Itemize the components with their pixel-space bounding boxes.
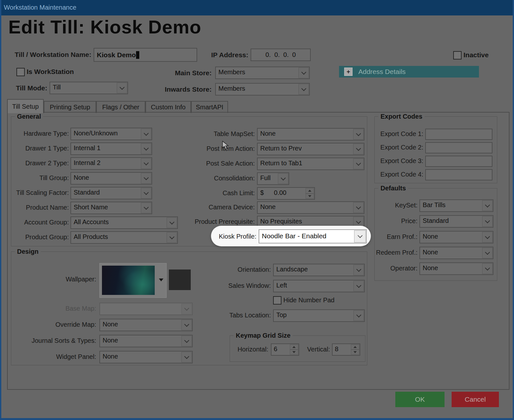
redeem-prof-select[interactable]: None <box>419 247 493 259</box>
chevron-down-icon <box>141 173 151 184</box>
till-scaling-factor-select[interactable]: Standard <box>70 187 152 199</box>
hide-number-pad-checkbox[interactable] <box>273 296 281 305</box>
spin-down-button[interactable] <box>290 350 298 355</box>
export-code2-input[interactable] <box>425 142 492 153</box>
account-group-value: All Accounts <box>74 218 109 226</box>
horizontal-value: 6 <box>274 345 277 353</box>
till-group-select[interactable]: None <box>70 172 152 185</box>
tab-custom-info[interactable]: Custom Info <box>145 101 191 113</box>
sales-window-value: Left <box>276 282 287 289</box>
product-group-select[interactable]: All Products <box>70 231 178 244</box>
ok-button[interactable]: OK <box>395 392 445 407</box>
widget-panel-select[interactable]: None <box>99 351 193 363</box>
design-group-title: Design <box>15 248 41 255</box>
till-group-value: None <box>74 174 89 181</box>
wallpaper-select[interactable] <box>99 263 167 298</box>
till-mode-select[interactable]: Till <box>50 82 128 94</box>
keymap-grid-size-title: Keymap Grid Size <box>234 332 293 339</box>
ip-address-value: 0. 0. 0. 0 <box>265 51 296 59</box>
inwards-store-label: Inwards Store: <box>152 86 212 93</box>
redeem-prof-label: Redeem Prof.: <box>375 249 418 256</box>
chevron-down-icon <box>167 232 177 243</box>
spin-down-button[interactable] <box>351 350 359 355</box>
earn-prof-value: None <box>423 233 438 240</box>
export-code3-input[interactable] <box>425 156 492 167</box>
consolidation-select[interactable]: Full <box>257 172 289 185</box>
horizontal-stepper[interactable]: 6 <box>271 343 299 356</box>
workstation-maintenance-window: Workstation Maintenance Edit Till: Kiosk… <box>0 0 514 420</box>
journal-sorts-types-value: None <box>103 337 118 344</box>
text-caret <box>136 51 139 59</box>
drawer1-type-label: Drawer 1 Type: <box>7 145 69 152</box>
cancel-button[interactable]: Cancel <box>452 392 499 407</box>
spin-down-button[interactable] <box>306 194 314 199</box>
widget-panel-label: Widget Panel: <box>32 353 96 361</box>
drawer1-type-value: Internal 1 <box>74 144 100 152</box>
till-workstation-name-input[interactable]: Kiosk Demo <box>94 48 197 62</box>
kiosk-profile-select[interactable]: Noodle Bar - Enabled <box>259 229 367 243</box>
hide-number-pad-label: Hide Number Pad <box>283 297 335 304</box>
orientation-select[interactable]: Landscape <box>273 264 365 276</box>
export-code4-input[interactable] <box>425 169 492 180</box>
sales-window-select[interactable]: Left <box>273 280 365 292</box>
keyset-value: Bar Tills <box>423 201 445 209</box>
consolidation-label: Consolidation: <box>181 175 255 182</box>
dropdown-arrow-icon <box>159 278 163 281</box>
tab-printing-setup[interactable]: Printing Setup <box>44 101 96 113</box>
export-code1-label: Export Code 1: <box>375 130 423 138</box>
cash-limit-value: 0.00 <box>258 189 303 196</box>
journal-sorts-types-select[interactable]: None <box>99 335 193 347</box>
wallpaper-color-swatch[interactable] <box>169 269 191 290</box>
spin-up-button[interactable] <box>290 344 298 350</box>
export-code3-label: Export Code 3: <box>375 157 423 165</box>
address-details-expander[interactable]: + Address Details <box>339 66 479 78</box>
spin-up-button[interactable] <box>351 344 359 350</box>
tab-flags-other[interactable]: Flags / Other <box>96 101 145 113</box>
cash-limit-input[interactable]: $ 0.00 <box>257 187 315 200</box>
table-mapset-value: None <box>260 130 276 137</box>
camera-device-label: Camera Device: <box>181 204 255 211</box>
mouse-cursor-icon <box>222 141 230 150</box>
product-name-select[interactable]: Short Name <box>70 202 152 214</box>
keyset-select[interactable]: Bar Tills <box>419 199 493 212</box>
chevron-down-icon <box>482 232 492 242</box>
post-item-action-select[interactable]: Return to Prev <box>257 143 364 155</box>
arrow-up-icon <box>353 346 357 348</box>
hardware-type-select[interactable]: None/Unknown <box>70 128 152 140</box>
arrow-down-icon <box>292 351 296 353</box>
export-code1-input[interactable] <box>425 129 492 140</box>
main-store-select[interactable]: Members <box>215 67 310 79</box>
tabs-location-select[interactable]: Top <box>273 309 365 322</box>
account-group-select[interactable]: All Accounts <box>70 216 178 229</box>
post-sale-action-value: Return to Tab1 <box>260 160 302 167</box>
tab-smartapi[interactable]: SmartAPI <box>191 101 228 113</box>
account-group-label: Account Group: <box>7 219 69 226</box>
price-select[interactable]: Standard <box>419 215 493 228</box>
base-map-select <box>99 303 193 315</box>
tab-till-setup[interactable]: Till Setup <box>7 99 44 113</box>
wallpaper-label: Wallpaper: <box>32 276 96 283</box>
camera-device-select[interactable]: None <box>257 201 364 214</box>
price-value: Standard <box>423 217 449 224</box>
title-bar: Workstation Maintenance <box>0 0 514 15</box>
drawer1-type-select[interactable]: Internal 1 <box>70 142 152 155</box>
chevron-down-icon <box>353 265 364 275</box>
earn-prof-select[interactable]: None <box>419 231 493 243</box>
ip-address-input[interactable]: 0. 0. 0. 0 <box>251 49 311 61</box>
override-map-select[interactable]: None <box>99 319 193 331</box>
drawer2-type-select[interactable]: Internal 2 <box>70 157 152 170</box>
cash-limit-label: Cash Limit: <box>181 189 255 197</box>
is-workstation-checkbox[interactable] <box>16 68 25 76</box>
inwards-store-select[interactable]: Members <box>215 83 310 96</box>
chevron-down-icon <box>117 83 127 93</box>
spin-up-button[interactable] <box>306 188 314 194</box>
vertical-stepper[interactable]: 8 <box>332 343 360 356</box>
window-title: Workstation Maintenance <box>4 4 76 11</box>
inactive-checkbox[interactable] <box>453 51 462 59</box>
post-sale-action-select[interactable]: Return to Tab1 <box>257 158 364 170</box>
operator-select[interactable]: None <box>419 262 493 275</box>
tabs-location-value: Top <box>276 311 287 319</box>
till-scaling-factor-label: Till Scaling Factor: <box>7 189 69 196</box>
table-mapset-select[interactable]: None <box>257 128 364 141</box>
hardware-type-label: Hardware Type: <box>7 130 69 137</box>
